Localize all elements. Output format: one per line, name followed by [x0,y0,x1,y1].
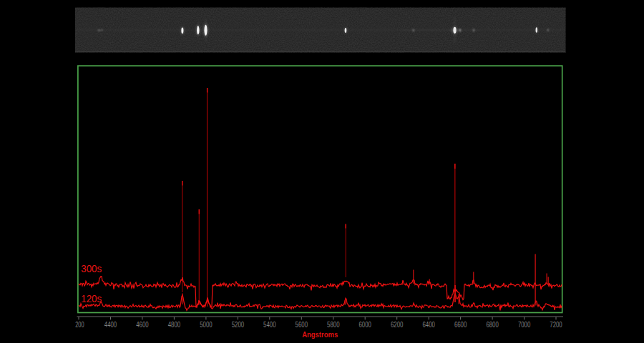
svg-text:5600: 5600 [296,321,308,329]
svg-text:5800: 5800 [327,321,340,329]
svg-text:6200: 6200 [391,321,404,329]
svg-text:5400: 5400 [263,321,276,329]
svg-text:300s: 300s [81,262,102,274]
svg-text:120s: 120s [81,292,102,304]
svg-text:5200: 5200 [232,321,245,329]
svg-text:7000: 7000 [518,321,531,329]
svg-text:5000: 5000 [200,321,213,329]
svg-text:200: 200 [75,321,84,329]
svg-text:Angstroms: Angstroms [302,330,338,339]
svg-text:4800: 4800 [168,321,181,329]
svg-text:6000: 6000 [359,321,372,329]
svg-text:4600: 4600 [136,321,149,329]
svg-text:6600: 6600 [454,321,467,329]
svg-text:4400: 4400 [104,321,117,329]
svg-text:6800: 6800 [486,321,499,329]
svg-text:6400: 6400 [423,321,436,329]
svg-text:7200: 7200 [550,321,562,329]
